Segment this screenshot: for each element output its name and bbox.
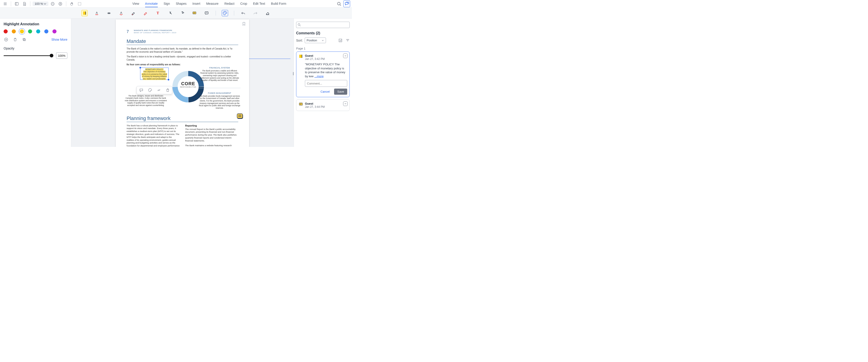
color-swatch[interactable] [44, 29, 49, 33]
svg-point-26 [223, 12, 224, 13]
svg-rect-8 [78, 2, 81, 5]
menu-tab-sign[interactable]: Sign [164, 0, 170, 7]
core-responsibilities-figure: MONETARY POLICY The objective of monetar… [127, 68, 238, 113]
panel-toggle-left-icon[interactable] [13, 0, 20, 7]
underline-tool[interactable]: A [94, 10, 100, 16]
squiggly-tool[interactable]: A [118, 10, 124, 16]
filter-icon[interactable] [346, 38, 350, 42]
color-swatch[interactable] [53, 29, 57, 33]
add-color-icon[interactable] [4, 37, 8, 42]
hamburger-menu-icon[interactable] [2, 0, 8, 7]
svg-rect-45 [299, 103, 303, 105]
callout-tool[interactable]: T [167, 10, 173, 16]
page-icon[interactable] [21, 0, 28, 7]
redo-icon[interactable] [252, 10, 258, 16]
highlight-tool[interactable] [81, 10, 88, 16]
strikeout-tool[interactable]: A [106, 10, 112, 16]
link-icon[interactable] [156, 88, 161, 93]
expand-all-icon[interactable] [338, 38, 342, 42]
collapse-icon[interactable]: − [343, 54, 348, 58]
style-panel: Highlight Annotation Show More Opacity [0, 19, 71, 147]
show-more-link[interactable]: Show More [51, 38, 67, 41]
sticky-note-icon[interactable] [237, 113, 243, 119]
paragraph: The Bank maintains a website featuring r… [185, 144, 238, 147]
menu-tab-crop[interactable]: Crop [240, 0, 247, 7]
menu-tab-redact[interactable]: Redact [224, 0, 235, 7]
svg-point-40 [298, 24, 300, 25]
color-swatch[interactable] [12, 29, 16, 33]
main-menu-bar: ViewAnnotateSignShapesInsertMeasureRedac… [0, 0, 352, 8]
color-swatches [4, 29, 67, 33]
color-swatch[interactable] [4, 29, 8, 33]
svg-line-10 [340, 5, 341, 6]
color-palette-tool[interactable] [222, 10, 228, 16]
annotate-toolbar: A A A T T T [0, 8, 352, 19]
donut-center-label: CORE RESPONSIBILITIES [172, 81, 205, 88]
save-button[interactable]: Save [334, 89, 347, 95]
funds-mgmt-text: FUNDS MANAGEMENT The Bank provides funds… [199, 92, 241, 109]
svg-text:T: T [182, 11, 183, 14]
freehand-highlight-tool[interactable] [143, 10, 149, 16]
zoom-out-icon[interactable] [49, 0, 56, 7]
color-swatch[interactable] [20, 29, 24, 33]
menu-tab-insert[interactable]: Insert [192, 0, 200, 7]
style-panel-title: Highlight Annotation [4, 22, 67, 26]
comment-box-tool[interactable] [204, 10, 210, 16]
style-icon[interactable] [148, 88, 153, 93]
highlight-annotation-icon [299, 54, 303, 59]
menu-tab-measure[interactable]: Measure [206, 0, 218, 7]
comments-search-input[interactable] [302, 23, 348, 27]
heading-mandate: Mandate [127, 38, 238, 44]
eraser-tool[interactable] [265, 10, 271, 16]
document-viewport[interactable]: 7 MANDATE AND PLANNING FRAMEWORK BANK OF… [71, 19, 293, 147]
menu-tab-edit-text[interactable]: Edit Text [253, 0, 265, 7]
svg-point-27 [224, 12, 225, 12]
comments-panel: Comments (2) Sort: Position Page 1 [293, 19, 352, 147]
comment-time: Jan 27, 3:42 PM [305, 57, 324, 61]
comment-icon[interactable] [139, 88, 144, 93]
free-text-tool[interactable]: T [155, 10, 161, 16]
comments-panel-toggle-icon[interactable] [343, 0, 350, 7]
comment-card[interactable]: Guest Jan 27, 3:42 PM − "MONETARY POLICY… [296, 52, 350, 97]
svg-line-41 [300, 25, 301, 26]
sticky-note-tool[interactable] [191, 10, 197, 16]
zoom-input[interactable] [34, 2, 43, 5]
menu-tab-build-form[interactable]: Build Form [271, 0, 286, 7]
color-swatch[interactable] [28, 29, 32, 33]
comment-user: Guest [305, 54, 324, 57]
bookmark-icon[interactable] [242, 22, 246, 26]
paragraph: The Bank of Canada is the nation's centr… [127, 47, 238, 53]
more-link[interactable]: ...more [314, 74, 323, 78]
cancel-button[interactable]: Cancel [318, 89, 332, 95]
marquee-select-icon[interactable] [76, 0, 83, 7]
freehand-tool[interactable] [130, 10, 136, 16]
menu-tab-view[interactable]: View [132, 0, 139, 7]
text-hover-tool[interactable]: T [179, 10, 185, 16]
split-handle-right[interactable]: || [293, 69, 293, 78]
highlight-selection[interactable]: MONETARY POLICY The objective of monetar… [140, 68, 168, 80]
comments-page-label: Page 1 [296, 47, 350, 50]
undo-icon[interactable] [240, 10, 246, 16]
search-icon[interactable] [336, 0, 342, 7]
menu-tab-annotate[interactable]: Annotate [145, 0, 158, 7]
color-swatch[interactable] [36, 29, 40, 33]
svg-rect-21 [193, 12, 196, 14]
delete-color-icon[interactable] [13, 37, 18, 42]
zoom-control[interactable] [33, 2, 49, 6]
menu-tab-shapes[interactable]: Shapes [176, 0, 186, 7]
paragraph: The Bank's vision is to be a leading cen… [127, 55, 238, 61]
opacity-input[interactable] [56, 53, 67, 59]
trash-icon[interactable] [165, 88, 170, 93]
copy-color-icon[interactable] [22, 37, 27, 42]
zoom-in-icon[interactable] [57, 0, 64, 7]
comment-reply-input[interactable] [305, 80, 347, 87]
comments-search[interactable] [296, 22, 350, 28]
comment-user: Guest [305, 102, 324, 105]
comment-card[interactable]: Guest Jan 27, 3:44 PM − [296, 99, 350, 111]
sticky-note-annotation-icon [299, 102, 303, 106]
sort-select[interactable]: Position [305, 37, 326, 43]
svg-text:A: A [96, 11, 98, 14]
collapse-icon[interactable]: − [343, 101, 348, 106]
opacity-slider[interactable] [4, 53, 53, 58]
pan-hand-icon[interactable] [68, 0, 75, 7]
